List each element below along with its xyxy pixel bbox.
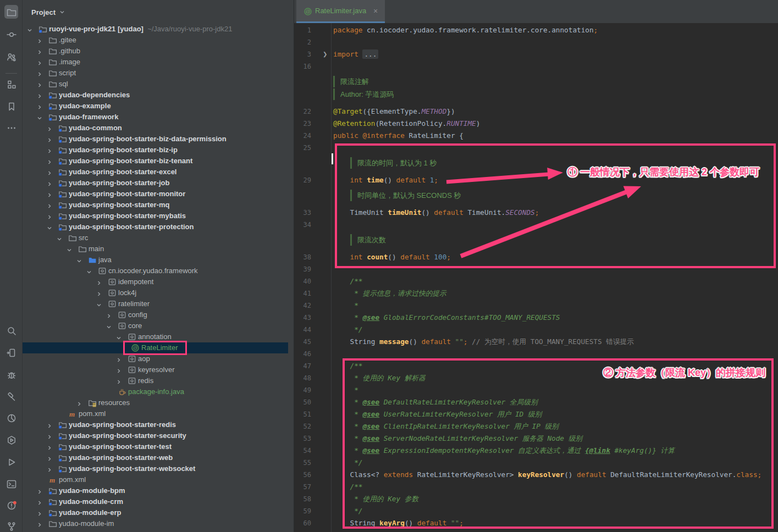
chevron-right-icon[interactable] — [36, 103, 43, 109]
run-icon[interactable] — [4, 455, 18, 469]
chevron-right-icon[interactable] — [46, 433, 53, 439]
project-icon[interactable] — [4, 5, 18, 19]
tree-item-package-info-java[interactable]: package-info.java — [23, 386, 294, 397]
chevron-right-icon[interactable] — [46, 444, 53, 450]
tree-item-idempotent[interactable]: idempotent — [23, 276, 294, 287]
tree-item--image[interactable]: .image — [23, 57, 294, 68]
chevron-down-icon[interactable] — [86, 268, 92, 274]
version-control-icon[interactable] — [4, 519, 18, 532]
tab-ratelimiter-java[interactable]: @ RateLimiter.java × — [296, 0, 385, 23]
chevron-right-icon[interactable] — [115, 378, 122, 384]
build-icon[interactable] — [4, 390, 18, 403]
tree-item--github[interactable]: .github — [23, 46, 294, 57]
tree-item-yudao-spring-boot-starter-mq[interactable]: yudao-spring-boot-starter-mq — [23, 199, 294, 210]
chevron-right-icon[interactable] — [36, 59, 43, 65]
chevron-right-icon[interactable] — [46, 465, 53, 472]
tree-item-pom-xml[interactable]: mpom.xml — [23, 474, 294, 485]
chevron-right-icon[interactable] — [36, 48, 43, 54]
tree-item-yudao-spring-boot-starter-redis[interactable]: yudao-spring-boot-starter-redis — [23, 419, 294, 430]
tree-item-pom-xml[interactable]: mpom.xml — [23, 408, 294, 419]
chevron-down-icon[interactable] — [46, 224, 53, 230]
tree-item-yudao-spring-boot-starter-security[interactable]: yudao-spring-boot-starter-security — [23, 430, 294, 441]
search-icon[interactable] — [4, 324, 18, 337]
tree-item-yudao-spring-boot-starter-job[interactable]: yudao-spring-boot-starter-job — [23, 178, 294, 189]
tree-item-yudao-common[interactable]: yudao-common — [23, 123, 294, 134]
chevron-right-icon[interactable] — [46, 147, 53, 153]
chevron-down-icon[interactable] — [66, 246, 73, 252]
tree-item-ratelimiter[interactable]: @RateLimiter — [23, 342, 288, 353]
tree-item-yudao-spring-boot-starter-biz-ip[interactable]: yudao-spring-boot-starter-biz-ip — [23, 145, 294, 156]
chevron-right-icon[interactable] — [46, 455, 53, 461]
chevron-right-icon[interactable] — [46, 158, 53, 164]
chevron-right-icon[interactable] — [36, 92, 43, 98]
tree-item-config[interactable]: config — [23, 309, 294, 320]
terminal-icon[interactable] — [4, 477, 18, 491]
chevron-right-icon[interactable] — [76, 400, 82, 406]
structure-icon[interactable] — [4, 77, 18, 91]
bookmarks-icon[interactable] — [4, 99, 18, 113]
tree-item-yudao-framework[interactable]: yudao-framework — [23, 112, 294, 123]
tree-item-yudao-dependencies[interactable]: yudao-dependencies — [23, 90, 294, 101]
tree-item-keyresolver[interactable]: keyresolver — [23, 364, 294, 375]
chevron-down-icon[interactable] — [106, 323, 112, 329]
tree-item-core[interactable]: core — [23, 320, 294, 331]
tree-item-yudao-spring-boot-starter-protection[interactable]: yudao-spring-boot-starter-protection — [23, 221, 294, 232]
chevron-right-icon[interactable] — [46, 191, 53, 197]
profiler-icon[interactable] — [4, 411, 18, 425]
chevron-right-icon[interactable] — [36, 520, 43, 527]
tree-item-lock4j[interactable]: lock4j — [23, 287, 294, 298]
chevron-right-icon[interactable] — [46, 422, 53, 428]
tree-item--gitee[interactable]: .gitee — [23, 35, 294, 46]
running-devices-icon[interactable] — [4, 346, 18, 359]
chevron-right-icon[interactable] — [36, 498, 43, 505]
tree-item-sql[interactable]: sql — [23, 79, 294, 90]
tree-item-cn-iocoder-yudao-framework[interactable]: cn.iocoder.yudao.framework — [23, 265, 294, 276]
tree-item-yudao-example[interactable]: yudao-example — [23, 101, 294, 112]
tree-item-yudao-spring-boot-starter-test[interactable]: yudao-spring-boot-starter-test — [23, 441, 294, 452]
chevron-right-icon[interactable] — [115, 356, 122, 362]
chevron-down-icon[interactable] — [36, 114, 43, 120]
tree-item-yudao-module-im[interactable]: yudao-module-im — [23, 518, 294, 529]
tree-item-resources[interactable]: resources — [23, 397, 294, 408]
chevron-down-icon[interactable] — [76, 257, 82, 263]
chevron-right-icon[interactable] — [36, 81, 43, 87]
tree-item-script[interactable]: script — [23, 68, 294, 79]
tab-close-icon[interactable]: × — [372, 7, 379, 15]
chevron-right-icon[interactable] — [36, 487, 43, 494]
services-icon[interactable] — [4, 433, 18, 447]
chevron-right-icon[interactable] — [46, 136, 53, 142]
tree-item-java[interactable]: java — [23, 254, 294, 265]
chevron-right-icon[interactable] — [115, 367, 122, 373]
tree-item-yudao-spring-boot-starter-websocket[interactable]: yudao-spring-boot-starter-websocket — [23, 463, 294, 474]
project-panel-header[interactable]: Project — [31, 5, 65, 19]
chevron-right-icon[interactable] — [96, 290, 102, 296]
chevron-right-icon[interactable] — [106, 312, 112, 318]
chevron-right-icon[interactable] — [46, 169, 53, 175]
code-area[interactable]: 1package cn.iocoder.yudao.framework.rate… — [294, 23, 778, 532]
chevron-right-icon[interactable] — [46, 180, 53, 186]
commit-icon[interactable] — [4, 27, 18, 41]
tree-item-yudao-spring-boot-starter-biz-data-permission[interactable]: yudao-spring-boot-starter-biz-data-permi… — [23, 134, 294, 145]
pull-requests-icon[interactable]: ? — [4, 50, 18, 64]
more-icon[interactable] — [4, 121, 18, 135]
chevron-right-icon[interactable] — [96, 279, 102, 285]
tree-item-aop[interactable]: aop — [23, 353, 294, 364]
chevron-right-icon[interactable] — [36, 70, 43, 76]
chevron-down-icon[interactable] — [96, 301, 102, 307]
chevron-right-icon[interactable] — [46, 125, 53, 131]
chevron-down-icon[interactable] — [56, 235, 63, 241]
tree-item-yudao-spring-boot-starter-web[interactable]: yudao-spring-boot-starter-web — [23, 452, 294, 463]
tree-item-yudao-spring-boot-starter-biz-tenant[interactable]: yudao-spring-boot-starter-biz-tenant — [23, 156, 294, 167]
tree-item-ratelimiter[interactable]: ratelimiter — [23, 298, 294, 309]
tree-item-main[interactable]: main — [23, 243, 294, 254]
chevron-down-icon[interactable] — [26, 26, 33, 32]
tree-item-yudao-spring-boot-starter-excel[interactable]: yudao-spring-boot-starter-excel — [23, 167, 294, 178]
tree-item-yudao-module-erp[interactable]: yudao-module-erp — [23, 507, 294, 518]
editor[interactable]: @ RateLimiter.java × 1package cn.iocoder… — [294, 0, 778, 532]
chevron-right-icon[interactable] — [46, 202, 53, 208]
chevron-right-icon[interactable] — [36, 509, 43, 516]
tree-item-annotation[interactable]: annotation — [23, 331, 294, 342]
chevron-right-icon[interactable] — [36, 37, 43, 43]
debug-icon[interactable] — [4, 368, 18, 381]
tree-item-ruoyi-vue-pro-jdk21-yudao-[interactable]: ruoyi-vue-pro-jdk21 [yudao] ~/Java/ruoyi… — [23, 24, 294, 35]
